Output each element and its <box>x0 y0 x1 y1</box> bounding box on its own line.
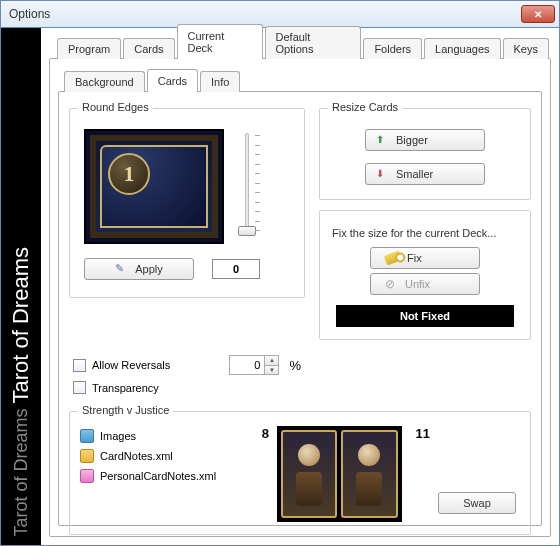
tab-info[interactable]: Info <box>200 71 240 92</box>
personalcardnotes-label: PersonalCardNotes.xml <box>100 470 216 482</box>
apply-icon <box>115 262 129 276</box>
transparency-checkbox[interactable] <box>73 381 86 394</box>
svj-legend: Strength v Justice <box>78 404 173 416</box>
transparency-label: Transparency <box>92 382 159 394</box>
round-edges-legend: Round Edges <box>78 101 153 113</box>
slider-thumb[interactable] <box>238 226 256 236</box>
round-edges-group: Round Edges 1 <box>69 108 305 298</box>
tab-cards[interactable]: Cards <box>123 38 174 59</box>
allow-reversals-checkbox[interactable] <box>73 359 86 372</box>
side-banner-bright: Tarot of Dreams <box>8 247 33 404</box>
card-corner-preview: 1 <box>84 129 224 244</box>
file-cardnotes[interactable]: CardNotes.xml <box>80 446 245 466</box>
spin-down-icon[interactable]: ▼ <box>264 366 278 375</box>
images-folder-icon <box>80 429 94 443</box>
window-title: Options <box>5 7 50 21</box>
file-personalcardnotes[interactable]: PersonalCardNotes.xml <box>80 466 245 486</box>
resize-legend: Resize Cards <box>328 101 402 113</box>
preview-coin: 1 <box>108 153 150 195</box>
side-banner-dim: Tarot of Dreams <box>11 404 31 537</box>
close-button[interactable] <box>521 5 555 23</box>
unfix-button[interactable]: Unfix <box>370 273 480 295</box>
resize-cards-group: Resize Cards Bigger Smaller <box>319 108 531 200</box>
unfix-label: Unfix <box>405 278 430 290</box>
reversals-value[interactable] <box>230 356 264 374</box>
card-strength <box>281 430 337 518</box>
strength-justice-group: Strength v Justice Images CardNotes.xml <box>69 411 531 535</box>
tab-cards-inner[interactable]: Cards <box>147 69 198 92</box>
bigger-button[interactable]: Bigger <box>365 129 485 151</box>
tab-default-options[interactable]: Default Options <box>265 26 362 59</box>
key-icon <box>384 251 402 266</box>
file-images[interactable]: Images <box>80 426 245 446</box>
swap-button[interactable]: Swap <box>438 492 516 514</box>
smaller-label: Smaller <box>396 168 433 180</box>
card-justice <box>341 430 397 518</box>
smaller-icon <box>376 167 390 181</box>
right-card-number: 11 <box>416 426 430 441</box>
outer-tabpanel: Background Cards Info Round Edges 1 <box>49 58 551 537</box>
images-label: Images <box>100 430 136 442</box>
tab-languages[interactable]: Languages <box>424 38 500 59</box>
reversals-spinner[interactable]: ▲ ▼ <box>229 355 279 375</box>
tab-folders[interactable]: Folders <box>363 38 422 59</box>
bigger-icon <box>376 133 390 147</box>
titlebar: Options <box>0 0 560 28</box>
tab-program[interactable]: Program <box>57 38 121 59</box>
tab-current-deck[interactable]: Current Deck <box>177 24 263 59</box>
outer-tabstrip: Program Cards Current Deck Default Optio… <box>49 34 551 58</box>
inner-tabstrip: Background Cards Info <box>58 67 542 91</box>
fix-status: Not Fixed <box>336 305 514 327</box>
fix-size-group: Fix the size for the current Deck... Fix… <box>319 210 531 340</box>
cards-preview <box>277 426 402 522</box>
client-area: Tarot of Dreams Tarot of Dreams Program … <box>0 28 560 546</box>
reversal-controls: Allow Reversals ▲ ▼ % <box>69 352 305 397</box>
fix-button[interactable]: Fix <box>370 247 480 269</box>
side-banner: Tarot of Dreams Tarot of Dreams <box>1 28 41 545</box>
main-panel: Program Cards Current Deck Default Optio… <box>49 34 551 537</box>
percent-label: % <box>289 358 301 373</box>
bigger-label: Bigger <box>396 134 428 146</box>
cardnotes-label: CardNotes.xml <box>100 450 173 462</box>
xml-file-icon <box>80 469 94 483</box>
fix-label: Fix <box>407 252 422 264</box>
round-edges-value: 0 <box>212 259 260 279</box>
smaller-button[interactable]: Smaller <box>365 163 485 185</box>
spin-up-icon[interactable]: ▲ <box>264 356 278 366</box>
unfix-icon <box>385 277 399 291</box>
allow-reversals-label: Allow Reversals <box>92 359 170 371</box>
tab-keys[interactable]: Keys <box>503 38 549 59</box>
tab-background[interactable]: Background <box>64 71 145 92</box>
apply-button[interactable]: Apply <box>84 258 194 280</box>
file-list: Images CardNotes.xml PersonalCardNotes.x… <box>80 426 245 522</box>
swap-label: Swap <box>463 497 491 509</box>
fix-description: Fix the size for the current Deck... <box>332 227 518 239</box>
round-edges-slider[interactable] <box>235 129 275 244</box>
apply-label: Apply <box>135 263 163 275</box>
xml-file-icon <box>80 449 94 463</box>
left-card-number: 8 <box>253 426 269 441</box>
inner-tabpanel: Round Edges 1 <box>58 91 542 526</box>
